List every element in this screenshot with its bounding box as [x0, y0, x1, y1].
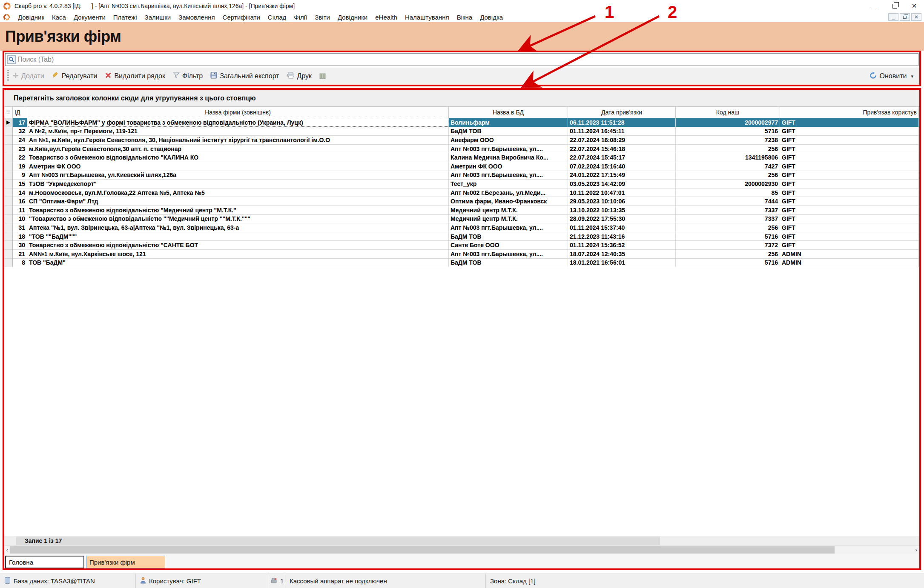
cell-our-code[interactable]: 5716 — [676, 127, 780, 136]
cell-db-name[interactable]: Медичний центр М.Т.К. — [449, 215, 568, 224]
cell-id[interactable]: 18 — [13, 232, 27, 241]
row-indicator[interactable] — [4, 197, 13, 206]
cell-id[interactable]: 32 — [13, 127, 27, 136]
tab-firm-bindings[interactable]: Прив'язки фірм — [86, 556, 165, 568]
cell-db-name[interactable]: Оптима фарм, Ивано-Франковск — [449, 197, 568, 206]
cell-id[interactable]: 30 — [13, 241, 27, 250]
table-row[interactable]: 10"Товариство з обмеженою відповідальніс… — [4, 215, 919, 224]
cell-bind-date[interactable]: 22.07.2024 15:45:17 — [568, 153, 676, 162]
row-indicator[interactable] — [4, 259, 13, 268]
cell-bound-by[interactable]: GIFT — [780, 215, 919, 224]
cell-db-name[interactable]: Волиньфарм — [449, 118, 568, 127]
row-indicator[interactable] — [4, 153, 13, 162]
cell-bind-date[interactable]: 03.05.2023 14:42:09 — [568, 180, 676, 188]
cell-firm-name[interactable]: м.Новомосковськ, вул.М.Головка,22 Аптека… — [27, 188, 449, 197]
cell-bind-date[interactable]: 01.11.2024 15:37:40 — [568, 223, 676, 232]
cell-our-code[interactable]: 85 — [676, 188, 780, 197]
cell-firm-name[interactable]: ТзОВ "Укрмедекспорт" — [27, 180, 449, 188]
cell-db-name[interactable]: Тест_укр — [449, 180, 568, 188]
table-row[interactable]: 9Апт №003 пгт.Барышевка, ул.Киевский шля… — [4, 171, 919, 180]
table-row[interactable]: 30Товариство з обмеженою відповідальніст… — [4, 241, 919, 250]
cell-bound-by[interactable]: GIFT — [780, 188, 919, 197]
cell-firm-name[interactable]: АN№1 м.Київ, вул.Харківське шосе, 121 — [27, 250, 449, 259]
cell-bound-by[interactable]: GIFT — [780, 206, 919, 215]
cell-db-name[interactable]: Апт №002 г.Березань, ул.Меди... — [449, 188, 568, 197]
table-row[interactable]: 21АN№1 м.Київ, вул.Харківське шосе, 121А… — [4, 250, 919, 259]
cell-db-name[interactable]: Апт №003 пгт.Барышевка, ул.... — [449, 145, 568, 154]
row-indicator[interactable] — [4, 223, 13, 232]
table-row[interactable]: 32А №2, м.Київ, пр-т Перемоги, 119-121Ба… — [4, 127, 919, 136]
row-indicator[interactable] — [4, 180, 13, 188]
row-indicator[interactable] — [4, 250, 13, 259]
tab-main[interactable]: Головна — [5, 556, 84, 568]
cell-firm-name[interactable]: Товариство з обмеженою відповідальністю … — [27, 153, 449, 162]
cell-firm-name[interactable]: Аметрин ФК ООО — [27, 162, 449, 171]
table-row[interactable]: 19Аметрин ФК ОООАметрин ФК ООО07.02.2024… — [4, 162, 919, 171]
cell-bind-date[interactable]: 22.07.2024 15:46:18 — [568, 145, 676, 154]
menu-item-10[interactable]: Довідники — [334, 13, 371, 22]
mdi-close-button[interactable]: ✕ — [911, 13, 921, 21]
cell-firm-name[interactable]: Апт №003 пгт.Барышевка, ул.Киевский шлях… — [27, 171, 449, 180]
scrollbar-thumb[interactable] — [10, 546, 835, 554]
cell-our-code[interactable]: 5716 — [676, 259, 780, 268]
column-chooser-icon[interactable]: ≣ — [4, 107, 13, 118]
column-header-db-name[interactable]: Назва в БД — [449, 107, 568, 118]
cell-bound-by[interactable]: GIFT — [780, 180, 919, 188]
table-row[interactable]: 23м.Київ,вул.Героїв Севастополя,30 апт. … — [4, 145, 919, 154]
menu-item-12[interactable]: Налаштування — [401, 13, 453, 22]
cell-id[interactable]: 22 — [13, 153, 27, 162]
mdi-minimize-button[interactable]: _ — [888, 13, 898, 21]
cell-firm-name[interactable]: м.Київ,вул.Героїв Севастополя,30 апт. п.… — [27, 145, 449, 154]
table-row[interactable]: 15ТзОВ "Укрмедекспорт"Тест_укр03.05.2023… — [4, 180, 919, 188]
cell-firm-name[interactable]: Аптека "№1, вул. Звіринецька, 63-а|Аптек… — [27, 223, 449, 232]
cell-id[interactable]: 10 — [13, 215, 27, 224]
cell-bound-by[interactable]: GIFT — [780, 145, 919, 154]
row-indicator[interactable] — [4, 171, 13, 180]
cell-db-name[interactable]: Калина Медична Виробнича Ко... — [449, 153, 568, 162]
cell-bound-by[interactable]: GIFT — [780, 223, 919, 232]
table-row[interactable]: 14м.Новомосковськ, вул.М.Головка,22 Апте… — [4, 188, 919, 197]
cell-db-name[interactable]: Авефарм ООО — [449, 136, 568, 145]
menu-item-8[interactable]: Філії — [290, 13, 311, 22]
row-indicator[interactable] — [4, 127, 13, 136]
menu-item-0[interactable]: Довідник — [14, 13, 48, 22]
cell-bound-by[interactable]: GIFT — [780, 197, 919, 206]
window-close-button[interactable]: ✕ — [904, 0, 924, 11]
cell-id[interactable]: 14 — [13, 188, 27, 197]
column-header-id[interactable]: ІД — [13, 107, 27, 118]
refresh-button[interactable]: Оновити ▾ — [869, 71, 913, 81]
cell-db-name[interactable]: Апт №003 пгт.Барышевка, ул.... — [449, 223, 568, 232]
cell-our-code[interactable]: 7337 — [676, 215, 780, 224]
table-row[interactable]: 24Ап №1, м.Київ, вул.Героїв Севастополя,… — [4, 136, 919, 145]
columns-icon[interactable] — [319, 73, 326, 80]
print-button[interactable]: Друк — [287, 72, 312, 80]
horizontal-scrollbar[interactable]: ‹ › — [4, 545, 919, 554]
menu-item-14[interactable]: Довідка — [476, 13, 507, 22]
row-indicator[interactable] — [4, 162, 13, 171]
cell-firm-name[interactable]: ФІРМА "ВОЛИНЬФАРМ" у формі товариства з … — [27, 118, 449, 127]
cell-bound-by[interactable]: ADMIN — [780, 250, 919, 259]
cell-bind-date[interactable]: 29.05.2023 10:10:06 — [568, 197, 676, 206]
mdi-restore-button[interactable] — [900, 13, 910, 21]
cell-db-name[interactable]: Санте Боте ООО — [449, 241, 568, 250]
cell-id[interactable]: 17 — [13, 118, 27, 127]
cell-bind-date[interactable]: 01.11.2024 16:45:11 — [568, 127, 676, 136]
cell-our-code[interactable]: 7372 — [676, 241, 780, 250]
cell-our-code[interactable]: 256 — [676, 171, 780, 180]
menu-item-6[interactable]: Сертифікати — [219, 13, 264, 22]
column-header-firm-name[interactable]: Назва фірми (зовнішнє) — [27, 107, 449, 118]
cell-db-name[interactable]: БаДМ ТОВ — [449, 127, 568, 136]
table-row[interactable]: 22Товариство з обмеженою відповідальніст… — [4, 153, 919, 162]
table-row[interactable]: 11Товариство з обмеженою відповідальніст… — [4, 206, 919, 215]
cell-bind-date[interactable]: 22.07.2024 16:08:29 — [568, 136, 676, 145]
cell-our-code[interactable]: 2000002930 — [676, 180, 780, 188]
cell-db-name[interactable]: БаДМ ТОВ — [449, 232, 568, 241]
cell-bind-date[interactable]: 18.01.2021 16:56:01 — [568, 259, 676, 268]
column-header-our-code[interactable]: Код наш — [676, 107, 780, 118]
menu-item-13[interactable]: Вікна — [453, 13, 476, 22]
row-indicator[interactable] — [4, 215, 13, 224]
delete-row-button[interactable]: Видалити рядок — [105, 72, 165, 80]
cell-id[interactable]: 23 — [13, 145, 27, 154]
scroll-left-arrow[interactable]: ‹ — [4, 546, 10, 554]
cell-firm-name[interactable]: ТОВ "БаДМ" — [27, 259, 449, 268]
